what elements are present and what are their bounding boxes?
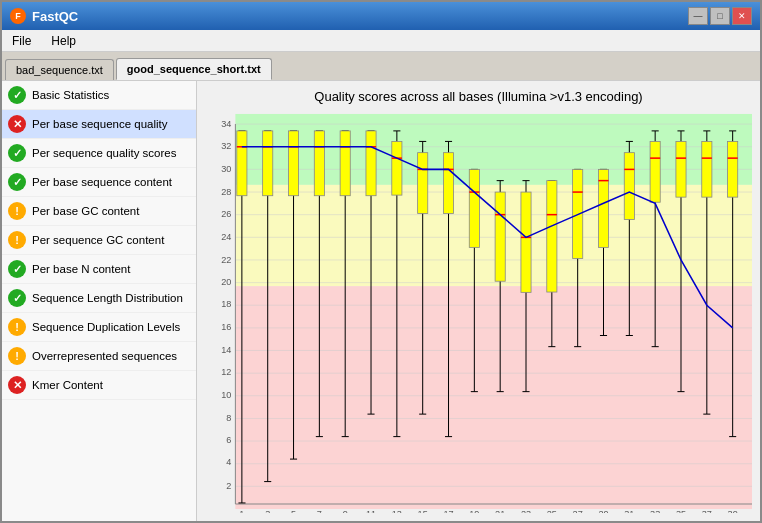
status-icon-ok: ✓ — [8, 86, 26, 104]
main-window: F FastQC — □ ✕ File Help bad_sequence.tx… — [0, 0, 762, 523]
svg-rect-77 — [418, 153, 428, 214]
svg-text:29: 29 — [598, 509, 608, 513]
status-icon-ok-2: ✓ — [8, 144, 26, 162]
sidebar-item-per-base-content[interactable]: ✓ Per base sequence content — [2, 168, 196, 197]
svg-text:27: 27 — [573, 509, 583, 513]
sidebar-label-per-base-content: Per base sequence content — [32, 176, 172, 188]
app-title: FastQC — [32, 9, 78, 24]
sidebar-label-per-seq-gc: Per sequence GC content — [32, 234, 164, 246]
svg-text:6: 6 — [226, 435, 231, 445]
svg-rect-52 — [288, 131, 298, 196]
svg-text:32: 32 — [221, 141, 231, 151]
svg-text:26: 26 — [221, 209, 231, 219]
svg-text:4: 4 — [226, 457, 231, 467]
tab-bad-sequence[interactable]: bad_sequence.txt — [5, 59, 114, 80]
sidebar-label-basic-statistics: Basic Statistics — [32, 89, 109, 101]
status-icon-fail: ✕ — [8, 115, 26, 133]
sidebar-label-seq-length: Sequence Length Distribution — [32, 292, 183, 304]
svg-rect-42 — [237, 131, 247, 196]
status-icon-warn-3: ! — [8, 318, 26, 336]
svg-text:15: 15 — [418, 509, 428, 513]
chart-area: Quality scores across all bases (Illumin… — [197, 81, 760, 521]
title-bar-left: F FastQC — [10, 8, 78, 24]
svg-rect-122 — [650, 141, 660, 202]
svg-rect-2 — [235, 286, 752, 509]
svg-text:34: 34 — [221, 119, 231, 129]
sidebar-item-basic-statistics[interactable]: ✓ Basic Statistics — [2, 81, 196, 110]
status-icon-fail-2: ✕ — [8, 376, 26, 394]
svg-text:1: 1 — [239, 509, 244, 513]
tab-bar: bad_sequence.txt good_sequence_short.txt — [2, 52, 760, 80]
svg-rect-102 — [547, 181, 557, 292]
sidebar-item-per-base-gc[interactable]: ! Per base GC content — [2, 197, 196, 226]
sidebar-label-per-base-quality: Per base sequence quality — [32, 118, 168, 130]
svg-text:24: 24 — [221, 232, 231, 242]
sidebar-item-overrep[interactable]: ! Overrepresented sequences — [2, 342, 196, 371]
app-icon: F — [10, 8, 26, 24]
svg-rect-87 — [469, 169, 479, 247]
svg-rect-137 — [728, 141, 738, 197]
svg-text:11: 11 — [366, 509, 376, 513]
sidebar-label-per-sequence-quality: Per sequence quality scores — [32, 147, 176, 159]
sidebar-label-kmer: Kmer Content — [32, 379, 103, 391]
svg-text:39: 39 — [728, 509, 738, 513]
svg-text:31: 31 — [624, 509, 634, 513]
svg-text:8: 8 — [226, 413, 231, 423]
svg-text:17: 17 — [443, 509, 453, 513]
svg-text:14: 14 — [221, 345, 231, 355]
svg-text:28: 28 — [221, 187, 231, 197]
sidebar-item-per-sequence-quality[interactable]: ✓ Per sequence quality scores — [2, 139, 196, 168]
svg-rect-62 — [340, 131, 350, 196]
menu-bar: File Help — [2, 30, 760, 52]
svg-text:33: 33 — [650, 509, 660, 513]
chart-title: Quality scores across all bases (Illumin… — [205, 89, 752, 104]
sidebar-label-per-base-n: Per base N content — [32, 263, 130, 275]
svg-text:20: 20 — [221, 277, 231, 287]
sidebar-item-seq-length[interactable]: ✓ Sequence Length Distribution — [2, 284, 196, 313]
svg-text:16: 16 — [221, 322, 231, 332]
svg-text:3: 3 — [265, 509, 270, 513]
sidebar-item-seq-dup[interactable]: ! Sequence Duplication Levels — [2, 313, 196, 342]
svg-rect-127 — [676, 141, 686, 197]
sidebar-item-per-base-quality[interactable]: ✕ Per base sequence quality — [2, 110, 196, 139]
tab-good-sequence[interactable]: good_sequence_short.txt — [116, 58, 272, 80]
svg-text:21: 21 — [495, 509, 505, 513]
svg-rect-0 — [235, 114, 752, 185]
status-icon-ok-5: ✓ — [8, 289, 26, 307]
svg-text:10: 10 — [221, 390, 231, 400]
svg-text:19: 19 — [469, 509, 479, 513]
sidebar-item-kmer[interactable]: ✕ Kmer Content — [2, 371, 196, 400]
svg-rect-57 — [314, 131, 324, 196]
menu-file[interactable]: File — [6, 32, 37, 50]
svg-text:7: 7 — [317, 509, 322, 513]
status-icon-warn: ! — [8, 202, 26, 220]
status-icon-warn-4: ! — [8, 347, 26, 365]
sidebar-label-seq-dup: Sequence Duplication Levels — [32, 321, 180, 333]
svg-text:5: 5 — [291, 509, 296, 513]
close-button[interactable]: ✕ — [732, 7, 752, 25]
svg-rect-97 — [521, 192, 531, 292]
maximize-button[interactable]: □ — [710, 7, 730, 25]
svg-rect-82 — [443, 153, 453, 214]
menu-help[interactable]: Help — [45, 32, 82, 50]
sidebar-label-per-base-gc: Per base GC content — [32, 205, 139, 217]
title-bar: F FastQC — □ ✕ — [2, 2, 760, 30]
svg-text:2: 2 — [226, 481, 231, 491]
svg-rect-72 — [392, 141, 402, 195]
sidebar-item-per-seq-gc[interactable]: ! Per sequence GC content — [2, 226, 196, 255]
status-icon-warn-2: ! — [8, 231, 26, 249]
minimize-button[interactable]: — — [688, 7, 708, 25]
status-icon-ok-4: ✓ — [8, 260, 26, 278]
svg-text:35: 35 — [676, 509, 686, 513]
svg-text:25: 25 — [547, 509, 557, 513]
svg-text:30: 30 — [221, 164, 231, 174]
svg-rect-117 — [624, 153, 634, 220]
chart-svg: 34 32 30 28 26 — [205, 110, 752, 513]
svg-rect-1 — [235, 185, 752, 286]
sidebar-item-per-base-n[interactable]: ✓ Per base N content — [2, 255, 196, 284]
sidebar: ✓ Basic Statistics ✕ Per base sequence q… — [2, 81, 197, 521]
svg-rect-132 — [702, 141, 712, 197]
svg-text:13: 13 — [392, 509, 402, 513]
chart-plot-wrapper: 34 32 30 28 26 — [205, 110, 752, 513]
svg-rect-47 — [263, 131, 273, 196]
